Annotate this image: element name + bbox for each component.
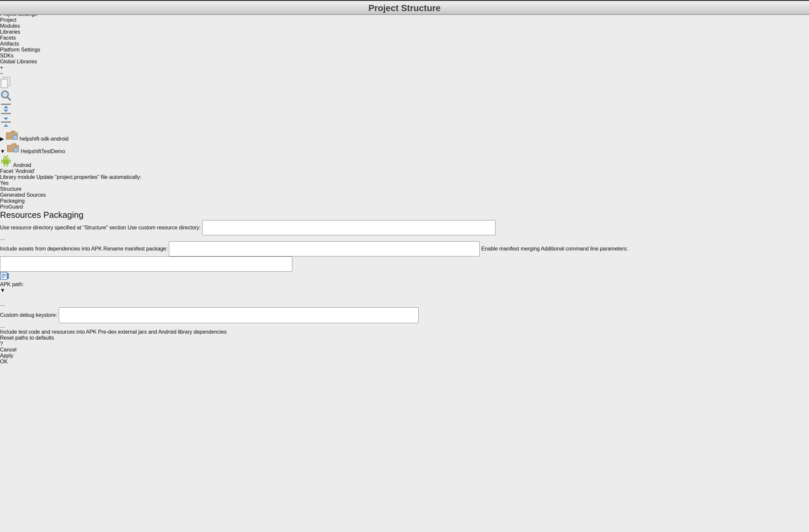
help-button[interactable]: ? <box>0 341 809 347</box>
annotation-arrow-android-shaft <box>0 369 34 374</box>
sidebar-item-global-libraries[interactable]: Global Libraries <box>0 59 809 65</box>
apk-path-combo[interactable]: ▼ <box>0 288 358 301</box>
tree-item-helpshift-sdk-android[interactable]: ▶ helpshift-sdk-android <box>0 130 809 142</box>
apk-path-label: APK path: <box>0 281 24 287</box>
chevron-right-icon[interactable]: ▶ <box>0 136 4 141</box>
rename-manifest-label: Rename manifest package: <box>103 246 168 252</box>
facet-header: Facet 'Android' <box>0 168 809 174</box>
apply-button[interactable]: Apply <box>0 353 44 359</box>
cancel-button[interactable]: Cancel <box>0 347 44 353</box>
add-icon[interactable]: + <box>0 65 12 71</box>
rename-manifest-input[interactable] <box>169 241 480 256</box>
custom-directory-input[interactable] <box>202 220 496 235</box>
sidebar-item-project[interactable]: Project <box>0 17 809 23</box>
collapse-all-icon[interactable] <box>0 116 13 130</box>
sidebar-item-artifacts[interactable]: Artifacts <box>0 41 809 47</box>
include-assets-label: Include assets from dependencies into AP… <box>0 246 102 252</box>
search-icon[interactable] <box>0 90 13 103</box>
include-test-code-label: Include test code and resources into APK <box>0 329 97 334</box>
annotation-arrow-manifest-merging-shaft <box>0 374 21 379</box>
module-folder-icon <box>6 149 20 154</box>
additional-params-input[interactable] <box>0 256 292 272</box>
annotation-arrow-ok-shaft <box>0 430 5 454</box>
update-properties-label: Update "project.properties" file automat… <box>36 174 141 180</box>
remove-icon[interactable]: − <box>0 71 12 76</box>
apk-path-browse-button[interactable]: … <box>0 301 809 307</box>
tree-item-android-facet[interactable]: Android <box>0 154 809 168</box>
title-bar: Project Structure <box>0 0 809 15</box>
sidebar-item-libraries[interactable]: Libraries <box>0 29 809 35</box>
sidebar-item-facets[interactable]: Facets <box>0 35 809 41</box>
update-properties-value: Yes <box>0 180 8 186</box>
update-properties-select[interactable]: Yes <box>0 180 809 186</box>
ok-button[interactable]: OK <box>0 359 43 365</box>
project-structure-dialog: Project Structure Project Settings Proje… <box>0 0 809 532</box>
use-structure-directory-label: Use resource directory specified at "Str… <box>0 225 126 230</box>
window-title: Project Structure <box>0 1 809 16</box>
combo-dropdown-icon[interactable]: ▼ <box>0 288 5 293</box>
use-custom-directory-label: Use custom resource directory: <box>128 225 201 230</box>
facet-tab-bar: Structure Generated Sources Packaging Pr… <box>0 186 809 210</box>
sidebar-item-sdks[interactable]: SDKs <box>0 53 809 59</box>
custom-directory-browse-button[interactable]: … <box>0 235 809 241</box>
reset-paths-button[interactable]: Reset paths to defaults <box>0 335 178 341</box>
module-tree: ▶ helpshift-sdk-android ▼ HelpshiftTestD… <box>0 130 809 168</box>
library-module-label: Library module <box>0 174 35 180</box>
form-editor-icon <box>0 272 9 280</box>
android-icon <box>0 162 13 168</box>
module-folder-icon <box>6 136 19 141</box>
tab-packaging[interactable]: Packaging <box>0 198 58 204</box>
keystore-input[interactable] <box>59 307 419 323</box>
resources-packaging-title: Resources Packaging <box>0 210 84 220</box>
sidebar-item-modules[interactable]: Modules <box>0 23 809 29</box>
expand-editor-button[interactable] <box>0 272 809 281</box>
annotation-arrow-apply-shaft <box>0 406 5 430</box>
chevron-down-icon[interactable]: ▼ <box>0 149 5 154</box>
keystore-label: Custom debug keystore: <box>0 312 57 318</box>
expand-all-icon[interactable] <box>0 103 13 116</box>
keystore-browse-button[interactable]: … <box>0 323 809 329</box>
tree-item-helpshifttestdemo[interactable]: ▼ HelpshiftTestDemo <box>0 142 809 154</box>
annotation-arrow-modules-shaft <box>0 365 19 369</box>
tab-generated-sources[interactable]: Generated Sources <box>0 192 95 198</box>
tab-proguard[interactable]: ProGuard <box>0 204 54 210</box>
tab-structure[interactable]: Structure <box>0 186 49 192</box>
additional-params-label: Additional command line parameters: <box>541 246 628 252</box>
enable-manifest-merging-label: Enable manifest merging <box>481 246 540 252</box>
section-platform-settings: Platform Settings <box>0 47 809 53</box>
predex-label: Pre-dex external jars and Android librar… <box>98 329 227 334</box>
copy-icon[interactable] <box>0 76 13 90</box>
settings-sidebar: Project Settings Project Modules Librari… <box>0 11 809 65</box>
annotation-arrow-packaging-shaft <box>0 379 5 406</box>
